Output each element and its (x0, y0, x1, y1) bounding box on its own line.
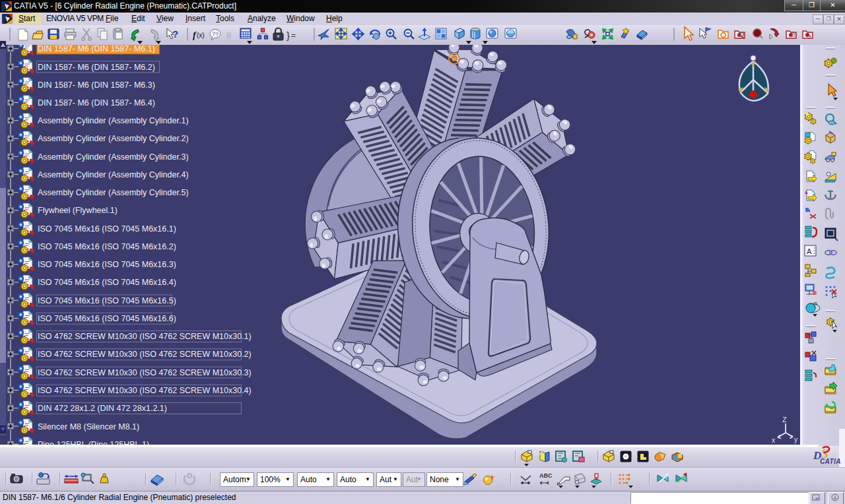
svg-text:ABC: ABC (539, 472, 553, 479)
svg-text:x: x (772, 437, 775, 444)
svg-text:?: ? (215, 31, 219, 38)
svg-text:}: } (287, 30, 290, 41)
svg-text:CATIA: CATIA (820, 458, 841, 465)
svg-text:?: ? (172, 28, 178, 40)
svg-text:y: y (794, 436, 797, 443)
svg-text:Z: Z (782, 416, 787, 424)
svg-text:=: = (291, 31, 296, 40)
svg-text:A: A (807, 247, 812, 255)
svg-text:8: 8 (226, 30, 231, 40)
svg-text:n: n (814, 300, 817, 307)
svg-text:(x): (x) (197, 32, 205, 39)
